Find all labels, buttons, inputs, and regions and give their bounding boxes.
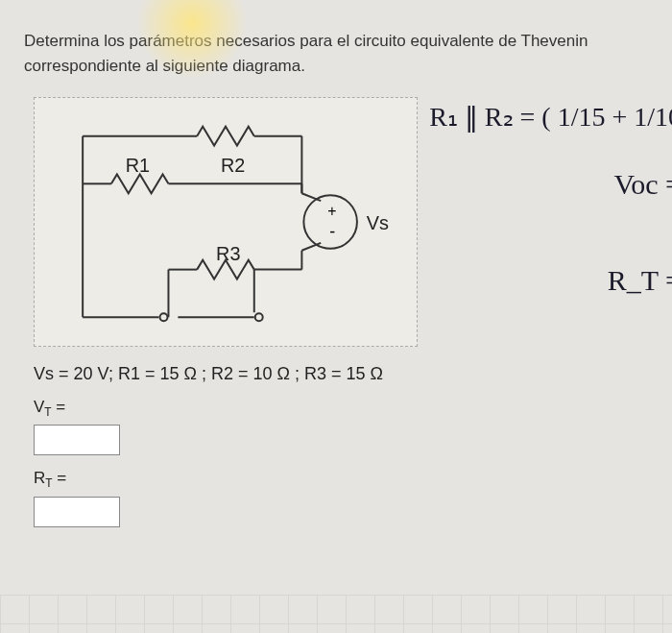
svg-point-17 <box>255 313 263 321</box>
rt-input[interactable] <box>34 497 120 527</box>
r2-label: R2 <box>221 155 245 176</box>
question-line1: Determina los parámetros necesarios para… <box>24 32 588 50</box>
handwriting-eq2: Voc = <box>613 168 672 201</box>
question-text: Determina los parámetros necesarios para… <box>0 0 672 87</box>
vt-answer-block: VT = <box>34 398 672 455</box>
graph-paper-bg <box>0 595 672 633</box>
circuit-diagram: + - R1 R2 R3 Vs <box>34 97 418 347</box>
question-line2: correspondiente al siguiente diagrama. <box>24 57 305 75</box>
svg-point-15 <box>160 313 168 321</box>
r1-label: R1 <box>126 155 150 176</box>
vs-minus: - <box>329 222 335 241</box>
vs-plus: + <box>327 203 336 219</box>
rt-label: RT = <box>34 469 672 490</box>
svg-line-6 <box>301 243 321 251</box>
handwriting-eq3: R_T = <box>608 264 672 297</box>
handwriting-eq1: R₁ ‖ R₂ = ( 1/15 + 1/10 <box>429 101 672 133</box>
circuit-svg: + - R1 R2 R3 Vs <box>35 98 417 346</box>
given-values: Vs = 20 V; R1 = 15 Ω ; R2 = 10 Ω ; R3 = … <box>34 364 672 384</box>
r3-label: R3 <box>216 243 240 264</box>
vt-label: VT = <box>34 398 672 419</box>
rt-answer-block: RT = <box>34 469 672 526</box>
vt-input[interactable] <box>34 425 120 455</box>
svg-line-5 <box>301 193 321 201</box>
vs-label: Vs <box>367 212 389 233</box>
